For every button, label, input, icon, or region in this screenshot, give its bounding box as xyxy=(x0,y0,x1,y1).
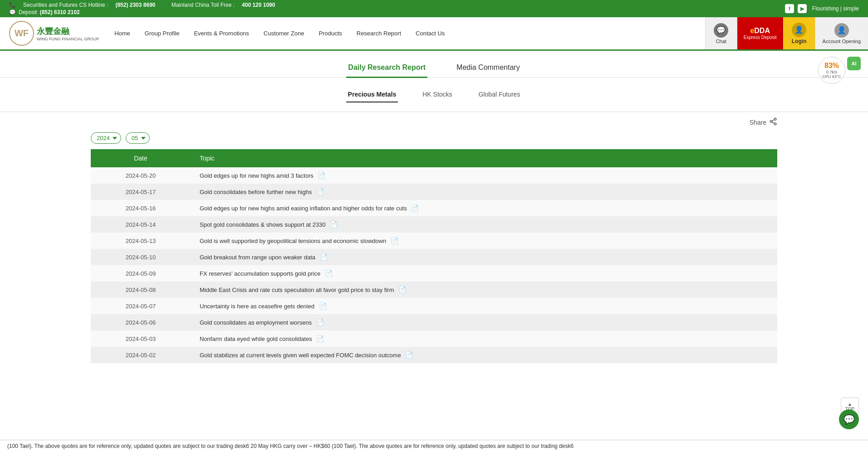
pdf-icon[interactable]: 📄 xyxy=(319,302,327,310)
nav-research[interactable]: Research Report xyxy=(350,26,407,40)
pdf-icon[interactable]: 📄 xyxy=(330,221,338,228)
cell-topic[interactable]: Middle East Crisis and rate cuts specula… xyxy=(191,282,777,298)
subtab-hk-stocks[interactable]: HK Stocks xyxy=(421,87,454,102)
pdf-icon[interactable]: 📄 xyxy=(405,351,413,359)
pdf-icon[interactable]: 📄 xyxy=(325,270,333,277)
subtab-global-futures[interactable]: Global Futures xyxy=(477,87,522,102)
cell-date: 2024-05-07 xyxy=(91,298,191,314)
navbar-actions: 💬 Chat eDDA Express Deposit 👤 Login 👤 Ac… xyxy=(705,17,868,49)
svg-point-2 xyxy=(774,123,776,125)
separator: · xyxy=(163,2,164,8)
edda-sub: Express Deposit xyxy=(744,35,777,40)
cell-topic[interactable]: Spot gold consolidates & shows support a… xyxy=(191,216,777,233)
cell-date: 2024-05-13 xyxy=(91,233,191,249)
edda-button[interactable]: eDDA Express Deposit xyxy=(737,17,783,49)
ai-badge: AI xyxy=(847,57,861,70)
chat-label: Chat xyxy=(716,39,726,44)
table-row[interactable]: 2024-05-14 Spot gold consolidates & show… xyxy=(91,216,777,233)
table-row[interactable]: 2024-05-09 FX reserves' accumulation sup… xyxy=(91,265,777,282)
month-select[interactable]: 01020304 05060708 09101112 xyxy=(126,132,150,144)
pdf-icon[interactable]: 📄 xyxy=(398,286,406,293)
cell-date: 2024-05-17 xyxy=(91,184,191,200)
cell-topic[interactable]: Uncertainty is here as ceasefire gets de… xyxy=(191,298,777,314)
account-opening-button[interactable]: 👤 Account Opening xyxy=(815,17,868,49)
nav-group-profile[interactable]: Group Profile xyxy=(138,26,186,40)
table-row[interactable]: 2024-05-08 Middle East Crisis and rate c… xyxy=(91,282,777,298)
phone-icon: 📞 xyxy=(9,2,16,8)
table-row[interactable]: 2024-05-10 Gold breakout from range upon… xyxy=(91,249,777,265)
deposit-number: (852) 6310 2102 xyxy=(40,9,80,15)
pdf-icon[interactable]: 📄 xyxy=(318,172,325,179)
login-button[interactable]: 👤 Login xyxy=(783,17,815,49)
table-row[interactable]: 2024-05-07 Uncertainty is here as ceasef… xyxy=(91,298,777,314)
share-label: Share xyxy=(750,119,766,126)
col-date: Date xyxy=(91,149,191,167)
logo-cn: 永豐金融 xyxy=(37,26,99,37)
cell-date: 2024-05-06 xyxy=(91,314,191,330)
pdf-icon[interactable]: 📄 xyxy=(316,188,324,195)
table-row[interactable]: 2024-05-20 Gold edges up for new highs a… xyxy=(91,167,777,184)
table-row[interactable]: 2024-05-06 Gold consolidates as employme… xyxy=(91,314,777,330)
cell-topic[interactable]: Gold is well supported by geopolitical t… xyxy=(191,233,777,249)
cell-topic[interactable]: Gold edges up for new highs amid easing … xyxy=(191,200,777,216)
svg-point-0 xyxy=(774,118,776,121)
nav-products[interactable]: Products xyxy=(312,26,348,40)
subtab-precious-metals[interactable]: Precious Metals xyxy=(346,87,398,102)
youtube-icon[interactable]: ▶ xyxy=(798,4,807,13)
col-topic: Topic xyxy=(191,149,777,167)
tab-media-commentary[interactable]: Media Commentary xyxy=(455,60,522,77)
cell-topic[interactable]: Gold consolidates as employment worsens … xyxy=(191,314,777,330)
account-label: Account Opening xyxy=(823,39,861,44)
table-row[interactable]: 2024-05-17 Gold consolidates before furt… xyxy=(91,184,777,200)
cell-topic[interactable]: Gold edges up for new highs amid 3 facto… xyxy=(191,167,777,184)
cell-topic[interactable]: FX reserves' accumulation supports gold … xyxy=(191,265,777,282)
chat-icon: 💬 xyxy=(714,23,728,38)
facebook-icon[interactable]: f xyxy=(785,4,794,13)
svg-point-1 xyxy=(770,121,772,123)
top-bar: 📞 Securities and Futures CS Hotline : (8… xyxy=(0,0,868,17)
cell-topic[interactable]: Nonfarm data eyed while gold consolidate… xyxy=(191,330,777,347)
cell-date: 2024-05-14 xyxy=(91,216,191,233)
cell-topic[interactable]: Gold consolidates before further new hig… xyxy=(191,184,777,200)
cell-date: 2024-05-20 xyxy=(91,167,191,184)
table-row[interactable]: 2024-05-13 Gold is well supported by geo… xyxy=(91,233,777,249)
pdf-icon[interactable]: 📄 xyxy=(411,204,419,212)
logo-en: WING FUNG FINANCIAL GROUP xyxy=(37,37,99,41)
table-row[interactable]: 2024-05-03 Nonfarm data eyed while gold … xyxy=(91,330,777,347)
cell-topic[interactable]: Gold breakout from range upon weaker dat… xyxy=(191,249,777,265)
navbar: WF 永豐金融 WING FUNG FINANCIAL GROUP Home G… xyxy=(0,17,868,51)
cpu-speed: 0.7k/s xyxy=(826,70,837,74)
pdf-icon[interactable]: 📄 xyxy=(320,253,328,261)
research-table: Date Topic 2024-05-20 Gold edges up for … xyxy=(91,149,777,363)
nav-customer[interactable]: Customer Zone xyxy=(257,26,311,40)
logo[interactable]: WF 永豐金融 WING FUNG FINANCIAL GROUP xyxy=(0,17,108,49)
cell-date: 2024-05-02 xyxy=(91,347,191,363)
cell-date: 2024-05-16 xyxy=(91,200,191,216)
filter-row: 2024 2023 2022 2021 01020304 05060708 09… xyxy=(0,132,868,149)
table-row[interactable]: 2024-05-02 Gold stabilizes at current le… xyxy=(91,347,777,363)
logo-text: 永豐金融 WING FUNG FINANCIAL GROUP xyxy=(37,26,99,41)
pdf-icon[interactable]: 📄 xyxy=(391,237,398,244)
login-icon: 👤 xyxy=(792,23,806,37)
tab-daily-research[interactable]: Daily Research Report xyxy=(346,60,427,77)
cell-topic[interactable]: Gold stabilizes at current levels given … xyxy=(191,347,777,363)
svg-line-3 xyxy=(772,122,774,123)
login-label: Login xyxy=(792,38,807,44)
nav-home[interactable]: Home xyxy=(108,26,137,40)
table-row[interactable]: 2024-05-16 Gold edges up for new highs a… xyxy=(91,200,777,216)
nav-links: Home Group Profile Events & Promotions C… xyxy=(108,17,705,49)
hotline-number: (852) 2303 8690 xyxy=(115,2,155,8)
svg-line-4 xyxy=(772,120,774,121)
pdf-icon[interactable]: 📄 xyxy=(316,319,324,326)
share-icon[interactable] xyxy=(769,117,777,127)
nav-events[interactable]: Events & Promotions xyxy=(187,26,255,40)
cell-date: 2024-05-10 xyxy=(91,249,191,265)
hotline-label: Securities and Futures CS Hotline : xyxy=(23,2,108,8)
mainland-number: 400 120 1090 xyxy=(242,2,275,8)
nav-contact[interactable]: Contact Us xyxy=(409,26,451,40)
chat-button[interactable]: 💬 Chat xyxy=(705,17,737,49)
year-select[interactable]: 2024 2023 2022 2021 xyxy=(91,132,121,144)
pdf-icon[interactable]: 📄 xyxy=(316,335,324,342)
account-icon: 👤 xyxy=(834,23,849,38)
sub-tabs: Precious Metals HK Stocks Global Futures xyxy=(0,78,868,112)
